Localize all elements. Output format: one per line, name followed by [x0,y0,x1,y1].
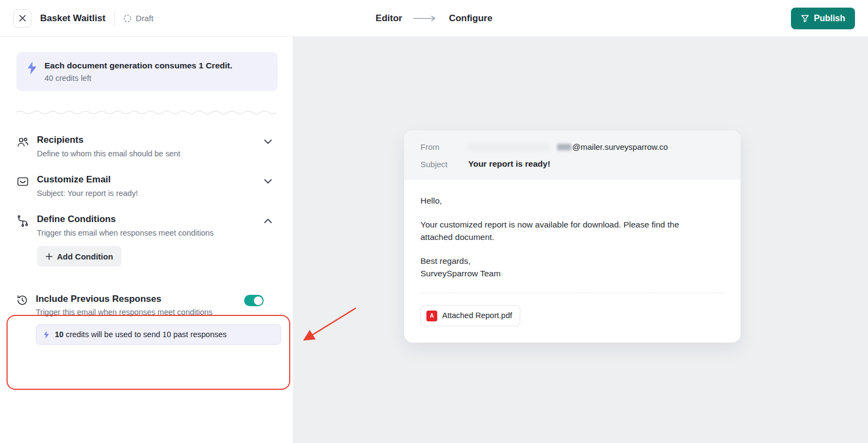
redacted-sender-blur [468,143,550,151]
publish-label: Publish [814,14,845,23]
email-preview-card: From @mailer.surveysparrow.co Subject Yo… [404,130,741,343]
tab-editor[interactable]: Editor [375,13,402,24]
publish-funnel-icon [801,14,809,23]
from-value: @mailer.surveysparrow.co [468,142,668,151]
chevron-down-icon[interactable] [264,137,272,147]
add-condition-button[interactable]: Add Condition [37,246,122,267]
include-previous-subtitle: Trigger this email when responses meet c… [36,308,213,317]
subject-value: Your report is ready! [468,159,550,169]
email-greeting: Hello, [420,195,692,207]
define-conditions-icon [16,215,29,230]
section-subtitle: Subject: Your report is ready! [37,189,138,198]
section-title: Customize Email [37,174,138,185]
preview-area: From @mailer.surveysparrow.co Subject Yo… [293,37,868,443]
add-condition-label: Add Condition [57,252,113,261]
tab-configure[interactable]: Configure [449,13,492,24]
publish-button[interactable]: Publish [791,8,855,29]
close-icon [19,15,26,22]
section-customize-email[interactable]: Customize Email Subject: Your report is … [16,174,278,198]
attachment-name: Attached Report.pdf [442,310,512,321]
configure-sidebar: Each document generation consumes 1 Cred… [0,37,293,443]
arrow-right-icon [413,15,438,22]
email-body: Hello, Your customized report is now ava… [404,180,741,343]
lightning-icon [26,61,38,75]
credit-banner-line1: Each document generation consumes 1 Cred… [44,61,232,71]
attachment-chip[interactable]: A Attached Report.pdf [420,305,520,326]
title-separator [114,11,114,26]
from-domain: @mailer.surveysparrow.co [572,142,668,151]
subject-label: Subject [420,160,468,169]
dashed-divider [420,293,724,293]
credit-banner-line2: 40 credits left [44,74,232,83]
include-previous-title: Include Previous Responses [36,294,213,305]
recipients-icon [16,136,29,151]
from-label: From [420,142,468,151]
annotation-arrow [295,301,365,350]
history-clock-icon [16,294,28,308]
email-signoff-2: SurveySparrow Team [420,268,724,280]
include-previous-responses-section: Include Previous Responses Trigger this … [16,281,278,345]
include-previous-toggle[interactable] [244,295,264,306]
plus-icon [46,253,53,260]
pdf-file-icon: A [426,311,437,321]
email-header: From @mailer.surveysparrow.co Subject Yo… [404,130,741,180]
section-define-conditions[interactable]: Define Conditions Trigger this email whe… [16,214,278,237]
document-title: Basket Waitlist [40,13,105,24]
email-signoff-1: Best regards, [420,255,724,267]
step-navigation: Editor Configure [375,0,492,37]
status-label: Draft [136,14,154,23]
email-paragraph: Your customized report is now available … [420,219,692,243]
credit-usage-note: 10 credits will be used to send 10 past … [36,324,281,345]
close-button[interactable] [13,9,31,28]
chevron-up-icon[interactable] [264,216,272,226]
credit-note-text: credits will be used to send 10 past res… [63,330,227,339]
section-subtitle: Trigger this email when responses meet c… [37,229,214,237]
credit-banner: Each document generation consumes 1 Cred… [16,52,278,91]
customize-email-icon [16,175,29,191]
section-title: Define Conditions [37,214,214,225]
status-badge: Draft [123,14,154,23]
toggle-knob [254,296,263,305]
credit-note-count: 10 [55,330,63,339]
top-bar: Basket Waitlist Draft Editor Configure P… [0,0,868,37]
section-subtitle: Define to whom this email should be sent [37,149,180,158]
lightning-icon [43,330,50,339]
section-title: Recipients [37,135,180,145]
chevron-down-icon[interactable] [264,176,272,186]
section-recipients[interactable]: Recipients Define to whom this email sho… [16,135,278,158]
draft-status-icon [123,14,132,23]
wavy-divider [16,110,278,115]
redacted-sender-blur [557,144,571,150]
